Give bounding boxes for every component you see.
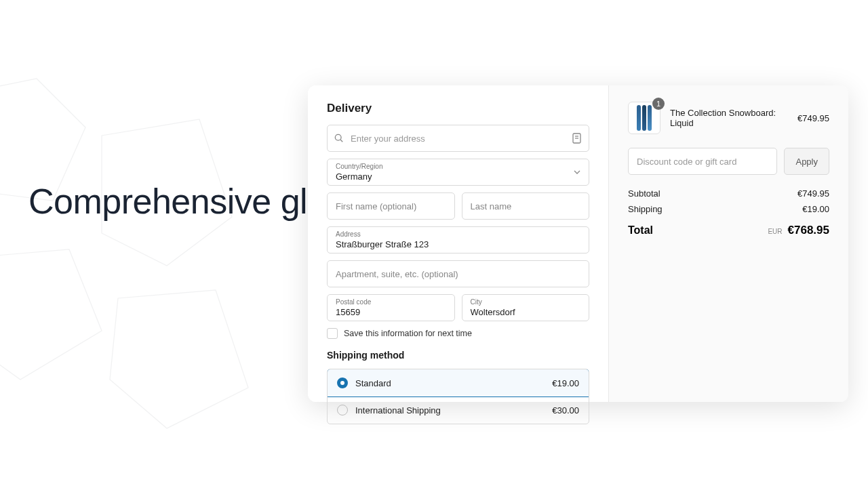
shipping-label: Shipping xyxy=(628,204,663,214)
total-label: Total xyxy=(628,224,653,237)
total-value: €768.95 xyxy=(788,224,829,237)
address-field[interactable]: Address xyxy=(327,226,589,253)
shipping-option-standard[interactable]: Standard €19.00 xyxy=(327,369,589,397)
address-book-icon[interactable] xyxy=(572,133,582,144)
discount-input[interactable] xyxy=(628,148,777,175)
delivery-panel: Delivery Country/Region Germany Address xyxy=(308,85,609,402)
address-input[interactable] xyxy=(336,238,580,249)
last-name-input[interactable] xyxy=(471,201,581,211)
apartment-field[interactable] xyxy=(327,260,589,287)
country-select[interactable]: Country/Region Germany xyxy=(327,159,589,186)
shipping-option-price: €19.00 xyxy=(552,378,579,388)
subtotal-value: €749.95 xyxy=(797,188,829,199)
city-field[interactable]: City xyxy=(462,294,590,321)
search-icon xyxy=(334,134,344,143)
shipping-option-price: €30.00 xyxy=(552,405,579,415)
shipping-options: Standard €19.00 International Shipping €… xyxy=(327,369,589,424)
chevron-down-icon xyxy=(574,170,580,174)
shipping-option-name: International Shipping xyxy=(355,405,545,415)
first-name-input[interactable] xyxy=(336,201,446,211)
apply-button[interactable]: Apply xyxy=(784,148,829,175)
radio-unselected-icon xyxy=(337,405,348,415)
product-price: €749.95 xyxy=(797,113,829,123)
currency-code: EUR xyxy=(768,228,782,235)
svg-point-0 xyxy=(335,134,341,140)
shipping-value: €19.00 xyxy=(802,204,829,214)
save-info-checkbox[interactable] xyxy=(327,328,338,339)
cart-line-item: 1 The Collection Snowboard: Liquid €749.… xyxy=(628,102,829,134)
apartment-input[interactable] xyxy=(336,269,580,279)
subtotal-label: Subtotal xyxy=(628,188,660,199)
product-thumbnail: 1 xyxy=(628,102,660,134)
postal-label: Postal code xyxy=(336,299,446,306)
address-search-field[interactable] xyxy=(327,125,589,152)
city-input[interactable] xyxy=(471,306,581,317)
postal-field[interactable]: Postal code xyxy=(327,294,455,321)
shipping-option-name: Standard xyxy=(355,378,545,388)
first-name-field[interactable] xyxy=(327,192,455,220)
shipping-option-international[interactable]: International Shipping €30.00 xyxy=(328,396,589,424)
postal-input[interactable] xyxy=(336,306,446,317)
svg-line-1 xyxy=(340,140,342,142)
product-name: The Collection Snowboard: Liquid xyxy=(670,108,788,128)
city-label: City xyxy=(471,299,581,306)
country-value: Germany xyxy=(336,170,580,182)
quantity-badge: 1 xyxy=(652,98,665,110)
shipping-method-title: Shipping method xyxy=(327,350,589,361)
address-search-input[interactable] xyxy=(327,125,589,152)
country-label: Country/Region xyxy=(336,163,580,170)
checkout-card: Delivery Country/Region Germany Address xyxy=(308,85,848,402)
map-background-decoration xyxy=(0,54,271,461)
delivery-title: Delivery xyxy=(327,102,589,115)
address-label: Address xyxy=(336,231,580,238)
order-summary-panel: 1 The Collection Snowboard: Liquid €749.… xyxy=(609,85,848,402)
save-info-label: Save this information for next time xyxy=(344,329,472,338)
last-name-field[interactable] xyxy=(462,192,590,220)
radio-selected-icon xyxy=(337,378,348,388)
